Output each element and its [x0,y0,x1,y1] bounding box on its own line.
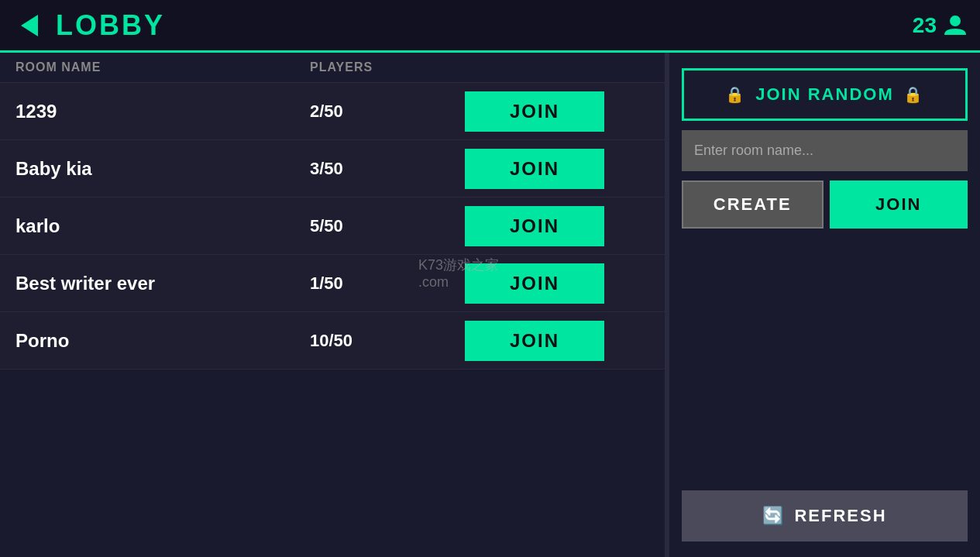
page-title: LOBBY [56,9,165,42]
room-name: karlo [15,215,310,237]
back-arrow-icon [21,15,38,36]
refresh-icon: 🔄 [762,506,785,526]
room-name: Baby kia [15,158,310,180]
players-count: 5/50 [310,216,465,236]
svg-point-0 [950,15,961,26]
join-random-label: JOIN RANDOM [755,84,893,105]
back-button[interactable] [12,9,46,43]
table-row[interactable]: Best writer ever 1/50 JOIN [0,255,665,312]
join-button[interactable]: JOIN [465,206,604,246]
create-join-row: CREATE JOIN [682,181,968,229]
room-name: Best writer ever [15,273,310,294]
col-header-room-name: ROOM NAME [15,60,310,74]
create-button[interactable]: CREATE [682,181,824,229]
join-button[interactable]: JOIN [465,321,604,361]
table-row[interactable]: 1239 2/50 JOIN [0,83,665,140]
table-row[interactable]: Baby kia 3/50 JOIN [0,140,665,198]
join-button[interactable]: JOIN [465,149,604,189]
join-room-button[interactable]: JOIN [830,181,968,229]
room-list-panel: ROOM NAME PLAYERS 1239 2/50 JOIN Baby ki… [0,53,666,557]
right-panel: 🔒 JOIN RANDOM 🔒 CREATE JOIN 🔄 REFRESH [669,53,980,557]
table-row[interactable]: Porno 10/50 JOIN [0,312,665,370]
spacer [682,238,968,481]
players-count: 2/50 [310,101,465,122]
header: LOBBY 23 [0,0,980,53]
join-random-button[interactable]: 🔒 JOIN RANDOM 🔒 [682,68,968,121]
refresh-button[interactable]: 🔄 REFRESH [682,490,968,542]
person-icon [943,13,968,38]
players-count: 1/50 [310,273,465,294]
join-button[interactable]: JOIN [465,263,604,304]
header-right: 23 [913,13,968,38]
join-button[interactable]: JOIN [465,91,604,132]
players-count: 10/50 [310,331,465,351]
col-header-players: PLAYERS [310,60,465,74]
room-name-input[interactable] [682,130,968,171]
refresh-label: REFRESH [794,506,886,526]
player-count: 23 [913,13,937,38]
lock-right-icon: 🔒 [903,85,924,104]
table-row[interactable]: karlo 5/50 JOIN [0,198,665,255]
room-name: 1239 [15,101,310,122]
column-headers: ROOM NAME PLAYERS [0,53,665,83]
room-rows: 1239 2/50 JOIN Baby kia 3/50 JOIN karlo … [0,83,665,557]
players-count: 3/50 [310,159,465,179]
main-layout: ROOM NAME PLAYERS 1239 2/50 JOIN Baby ki… [0,53,980,557]
lock-left-icon: 🔒 [725,85,746,104]
room-name: Porno [15,330,310,352]
